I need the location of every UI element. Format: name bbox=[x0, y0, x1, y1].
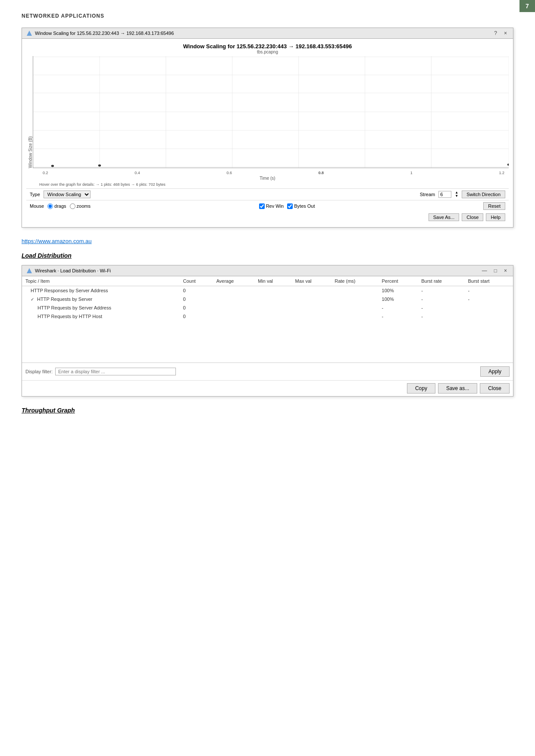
row-rate bbox=[331, 312, 378, 321]
rev-win-checkbox[interactable] bbox=[259, 203, 265, 209]
row-average bbox=[213, 295, 255, 303]
ld-table: Topic / Item Count Average Min val Max v… bbox=[22, 276, 513, 321]
svg-point-23 bbox=[98, 165, 101, 167]
row-average bbox=[213, 303, 255, 312]
display-filter-input[interactable] bbox=[55, 368, 176, 375]
row-burst-start: - bbox=[464, 286, 513, 295]
zooms-radio-label: zooms bbox=[70, 203, 91, 209]
graph-controls-row1: Type Window Scaling Stream ▲ ▼ Switch Di… bbox=[26, 188, 509, 200]
graph-controls-row2: Mouse drags zooms Rev Win bbox=[26, 200, 509, 212]
row-burst-rate: - bbox=[418, 295, 464, 303]
row-burst-start: - bbox=[464, 295, 513, 303]
graph-controls-right: Stream ▲ ▼ Switch Direction bbox=[420, 191, 505, 198]
row-percent: 100% bbox=[379, 286, 418, 295]
drags-label: drags bbox=[54, 203, 66, 209]
row-topic: ✓ HTTP Requests by Server bbox=[22, 295, 180, 303]
col-min: Min val bbox=[254, 276, 291, 286]
col-max: Max val bbox=[292, 276, 332, 286]
stream-label: Stream bbox=[420, 192, 435, 197]
zooms-radio[interactable] bbox=[70, 203, 75, 209]
throughput-heading: Throughput Graph bbox=[22, 407, 513, 414]
ld-close-btn[interactable]: × bbox=[502, 268, 509, 274]
save-as-btn[interactable]: Save As... bbox=[429, 213, 460, 221]
reset-btn[interactable]: Reset bbox=[483, 202, 505, 210]
graph-hover-info: Hover over the graph for details: → 1 pk… bbox=[26, 182, 509, 187]
type-label: Type bbox=[30, 192, 40, 197]
row-burst-rate: - bbox=[418, 286, 464, 295]
row-max bbox=[292, 312, 332, 321]
type-select[interactable]: Window Scaling bbox=[44, 191, 91, 198]
save-as-button[interactable]: Save as... bbox=[438, 383, 477, 394]
row-percent: - bbox=[379, 303, 418, 312]
row-burst-rate: - bbox=[418, 312, 464, 321]
ld-window-body: Topic / Item Count Average Min val Max v… bbox=[22, 276, 513, 396]
svg-point-22 bbox=[51, 165, 54, 167]
graph-window-body: Window Scaling for 125.56.232.230:443 → … bbox=[22, 39, 513, 227]
bytes-out-checkbox[interactable] bbox=[287, 203, 293, 209]
ld-window-controls: — □ × bbox=[480, 268, 509, 274]
ld-minimize-btn[interactable]: — bbox=[480, 268, 489, 274]
close-button[interactable]: Close bbox=[480, 383, 510, 394]
amazon-link[interactable]: https://www.amazon.com.au bbox=[22, 238, 513, 244]
x-axis-label: Time (s) bbox=[26, 176, 509, 181]
window-close-btn[interactable]: × bbox=[502, 30, 509, 36]
row-percent: 100% bbox=[379, 295, 418, 303]
drags-radio[interactable] bbox=[47, 203, 53, 209]
copy-button[interactable]: Copy bbox=[407, 383, 435, 394]
ld-window-title: Wireshark · Load Distribution · Wi-Fi bbox=[35, 268, 111, 273]
ld-table-area: Topic / Item Count Average Min val Max v… bbox=[22, 276, 513, 362]
row-count: 0 bbox=[180, 312, 213, 321]
switch-direction-btn[interactable]: Switch Direction bbox=[462, 191, 505, 198]
table-row[interactable]: ✓ HTTP Requests by Server 0 100% - - bbox=[22, 295, 513, 303]
table-row[interactable]: HTTP Responses by Server Address 0 100% … bbox=[22, 286, 513, 295]
table-row[interactable]: HTTP Requests by Server Address 0 - - bbox=[22, 303, 513, 312]
drags-radio-label: drags bbox=[47, 203, 66, 209]
col-percent: Percent bbox=[379, 276, 418, 286]
apply-btn-area: Apply bbox=[480, 366, 510, 377]
svg-marker-25 bbox=[27, 268, 32, 273]
graph-main-title: Window Scaling for 125.56.232.230:443 → … bbox=[26, 43, 509, 50]
apply-button[interactable]: Apply bbox=[480, 366, 510, 377]
load-distribution-window: Wireshark · Load Distribution · Wi-Fi — … bbox=[22, 265, 513, 397]
titlebar-left: Window Scaling for 125.56.232.230:443 → … bbox=[26, 30, 174, 36]
ld-maximize-btn[interactable]: □ bbox=[492, 268, 499, 274]
ld-table-header: Topic / Item Count Average Min val Max v… bbox=[22, 276, 513, 286]
chart-svg: 60000 50000 40000 30000 20000 10000 0 bbox=[33, 56, 509, 168]
col-topic: Topic / Item bbox=[22, 276, 180, 286]
help-btn[interactable]: Help bbox=[486, 213, 505, 221]
row-topic: HTTP Requests by HTTP Host bbox=[22, 312, 180, 321]
ld-titlebar: Wireshark · Load Distribution · Wi-Fi — … bbox=[22, 266, 513, 276]
window-scaling-window: Window Scaling for 125.56.232.230:443 → … bbox=[22, 28, 513, 228]
stream-input[interactable] bbox=[438, 191, 451, 198]
row-topic: HTTP Requests by Server Address bbox=[22, 303, 180, 312]
row-average bbox=[213, 312, 255, 321]
ld-header-row: Topic / Item Count Average Min val Max v… bbox=[22, 276, 513, 286]
stream-down[interactable]: ▼ bbox=[455, 194, 458, 198]
window-scaling-title: Window Scaling for 125.56.232.230:443 → … bbox=[35, 31, 174, 36]
x-tick-02: 0.2 bbox=[43, 171, 48, 175]
svg-marker-0 bbox=[27, 31, 32, 36]
zooms-label: zooms bbox=[77, 203, 91, 209]
x-tick-1: 1 bbox=[410, 171, 413, 175]
collapse-arrow[interactable]: ✓ bbox=[31, 297, 34, 302]
svg-point-24 bbox=[507, 164, 509, 166]
row-percent: - bbox=[379, 312, 418, 321]
x-tick-12: 1.2 bbox=[499, 171, 504, 175]
row-burst-start bbox=[464, 312, 513, 321]
throughput-section: Throughput Graph bbox=[22, 407, 513, 414]
row-min bbox=[254, 303, 291, 312]
graph-close-btn[interactable]: Close bbox=[462, 213, 483, 221]
window-scaling-titlebar: Window Scaling for 125.56.232.230:443 → … bbox=[22, 28, 513, 39]
stream-spinners[interactable]: ▲ ▼ bbox=[455, 191, 458, 198]
wireshark-icon-ld bbox=[26, 268, 32, 274]
window-question-btn[interactable]: ? bbox=[492, 30, 499, 36]
row-rate bbox=[331, 286, 378, 295]
row-rate bbox=[331, 295, 378, 303]
graph-area: Window Size (B) bbox=[26, 56, 509, 168]
row-topic: HTTP Responses by Server Address bbox=[22, 286, 180, 295]
row-burst-rate: - bbox=[418, 303, 464, 312]
table-row[interactable]: HTTP Requests by HTTP Host 0 - - bbox=[22, 312, 513, 321]
row-min bbox=[254, 295, 291, 303]
chart-container[interactable]: 60000 50000 40000 30000 20000 10000 0 bbox=[33, 56, 509, 168]
bytes-out-label: Bytes Out bbox=[287, 203, 315, 209]
